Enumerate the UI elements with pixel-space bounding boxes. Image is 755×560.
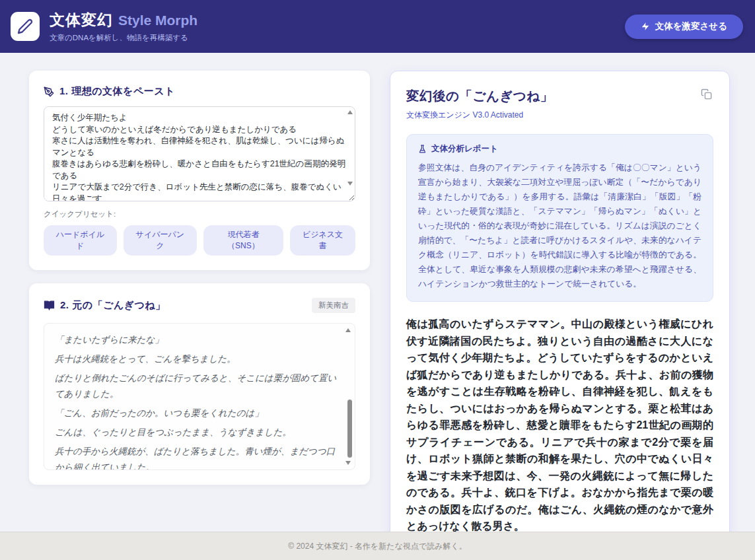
engine-status: 文体変換エンジン V3.0 Activated — [406, 110, 554, 121]
style-input-title: 1. 理想の文体をペースト — [59, 85, 175, 98]
copy-icon — [701, 88, 712, 100]
morph-button[interactable]: 文体を激変させる — [625, 15, 743, 39]
app-logo — [11, 12, 40, 41]
style-textarea[interactable]: 気付く少年期たちよ どうして寒いのかといえば冬だからであり逆もまたしかりである … — [44, 106, 355, 201]
app-subtitle: 文章のDNAを解析し、物語を再構築する — [50, 33, 625, 43]
app-footer: © 2024 文体変幻 - 名作を新たな視点で読み解く。 — [0, 532, 755, 560]
analysis-report-body: 参照文体は、自身のアイデンティティを誇示する「俺は〇〇マン」という宣言から始まり… — [418, 160, 701, 291]
presets-row: ハードボイルド サイバーパンク 現代若者（SNS） ビジネス文書 — [44, 225, 355, 256]
copy-button[interactable] — [700, 87, 713, 101]
app-title-en: Style Morph — [118, 13, 198, 28]
result-title: 変幻後の「ごんぎつね」 — [406, 87, 554, 105]
preset-chip-business[interactable]: ビジネス文書 — [290, 225, 355, 256]
app-title-jp: 文体変幻 — [50, 10, 113, 30]
pen-nib-icon — [44, 87, 54, 97]
author-badge: 新美南吉 — [312, 298, 355, 313]
original-title: 2. 元の「ごんぎつね」 — [60, 299, 166, 312]
preset-chip-sns[interactable]: 現代若者（SNS） — [203, 225, 283, 256]
analysis-panel: 文体分析レポート 参照文体は、自身のアイデンティティを誇示する「俺は〇〇マン」と… — [406, 134, 713, 302]
transformed-text: 俺は孤高のいたずらステママン。中山の殿様という権威にひれ伏す近隣諸国の民たちよ。… — [406, 316, 713, 535]
presets-label: クイックプリセット: — [44, 209, 355, 219]
copyright-text: © 2024 文体変幻 - 名作を新たな視点で読み解く。 — [288, 541, 467, 552]
story-paragraph: 「ごん、お前だったのか。いつも栗をくれたのは」 — [55, 405, 338, 421]
story-paragraph: 兵十の手から火縄銃が、ばたりと落ちました。青い煙が、まだつつ口から細く出ていまし… — [55, 444, 338, 470]
preset-chip-hardboiled[interactable]: ハードボイルド — [44, 225, 117, 256]
story-paragraph: 「またいたずらに来たな」 — [55, 332, 338, 348]
style-input-card: 1. 理想の文体をペースト 気付く少年期たちよ どうして寒いのかといえば冬だから… — [29, 71, 370, 270]
story-paragraph: 兵十は火縄銃をとって、ごんを撃ちました。 — [55, 351, 338, 367]
story-paragraph: ごんは、ぐったりと目をつぶったまま、うなずきました。 — [55, 425, 338, 440]
analysis-report-title: 文体分析レポート — [431, 143, 498, 155]
main-content: 1. 理想の文体をペースト 気付く少年期たちよ どうして寒いのかといえば冬だから… — [0, 53, 755, 553]
lightning-bolt-icon — [641, 22, 650, 31]
story-scroll-area[interactable]: 「またいたずらに来たな」 兵十は火縄銃をとって、ごんを撃ちました。 ばたりと倒れ… — [44, 324, 355, 470]
morph-button-label: 文体を激変させる — [655, 20, 727, 32]
original-text-card: 2. 元の「ごんぎつね」 新美南吉 「またいたずらに来たな」 兵十は火縄銃をとっ… — [29, 283, 370, 485]
story-viewer[interactable]: 「またいたずらに来たな」 兵十は火縄銃をとって、ごんを撃ちました。 ばたりと倒れ… — [44, 323, 355, 470]
open-book-icon — [44, 300, 55, 311]
story-paragraph: ばたりと倒れたごんのそばに行ってみると、そこには栗が固めて置いてありました。 — [55, 370, 338, 402]
result-card: 変幻後の「ごんぎつね」 文体変換エンジン V3.0 Activated — [390, 71, 730, 553]
preset-chip-cyberpunk[interactable]: サイバーパンク — [124, 225, 197, 256]
flask-icon — [418, 145, 427, 153]
app-header: 文体変幻 Style Morph 文章のDNAを解析し、物語を再構築する 文体を… — [0, 0, 755, 53]
pencil-icon — [17, 18, 33, 34]
